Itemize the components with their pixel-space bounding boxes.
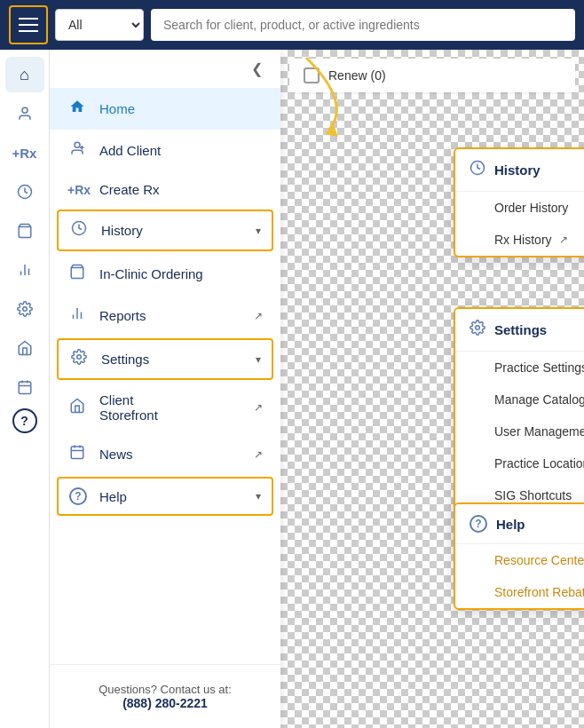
- reports-external-icon: ↗: [254, 310, 263, 322]
- history-popup-icon: [470, 160, 485, 180]
- help-chevron-icon: ▾: [256, 490, 261, 502]
- client-storefront-icon: [67, 398, 87, 418]
- icon-sidebar: ⌂ +Rx: [0, 50, 50, 728]
- reports-icon: [67, 305, 87, 326]
- renew-bar: Renew (0): [289, 59, 575, 92]
- nav-item-in-clinic[interactable]: In-Clinic Ordering: [50, 253, 280, 295]
- content-area: Renew (0) History ▲ Order History Rx His…: [280, 50, 584, 728]
- settings-popup-icon: [470, 320, 485, 340]
- nav-item-client-storefront[interactable]: ClientStorefront ↗: [50, 382, 280, 433]
- svg-point-0: [22, 107, 28, 113]
- manage-catalog-label: Manage Catalog: [494, 392, 584, 407]
- sidebar-icon-home[interactable]: ⌂: [5, 57, 44, 92]
- hamburger-line-3: [19, 30, 38, 32]
- svg-marker-26: [325, 125, 338, 137]
- svg-point-11: [75, 142, 80, 147]
- nav-settings-label: Settings: [101, 352, 243, 367]
- settings-practice-locations-item[interactable]: Practice Locations: [455, 447, 584, 479]
- nav-item-reports[interactable]: Reports ↗: [50, 295, 280, 336]
- settings-manage-catalog-item[interactable]: Manage Catalog: [455, 384, 584, 415]
- order-history-label: Order History: [494, 201, 568, 215]
- svg-point-25: [476, 326, 480, 330]
- nav-item-create-rx[interactable]: +Rx Create Rx: [50, 171, 280, 208]
- nav-item-history[interactable]: History ▾: [57, 210, 273, 251]
- help-popup-header: ? Help ▲: [455, 504, 584, 544]
- sidebar-icon-reports[interactable]: [5, 252, 44, 288]
- renew-checkbox[interactable]: [304, 67, 320, 83]
- svg-rect-7: [19, 382, 31, 394]
- history-rx-history-item[interactable]: Rx History ↗: [455, 224, 584, 256]
- practice-locations-label: Practice Locations: [494, 456, 584, 471]
- resource-center-label: Resource Center: [494, 553, 584, 567]
- nav-item-add-client[interactable]: Add Client: [50, 130, 280, 171]
- sidebar-icon-calendar[interactable]: [5, 369, 44, 405]
- help-popup: ? Help ▲ Resource Center ↗ Storefront Re…: [454, 502, 584, 610]
- create-rx-icon: +Rx: [67, 183, 87, 197]
- sig-shortcuts-label: SIG Shortcuts: [494, 488, 572, 502]
- history-popup: History ▲ Order History Rx History ↗: [454, 147, 584, 257]
- nav-menu: ❮ Home Add Client +Rx: [50, 50, 280, 728]
- search-input[interactable]: [151, 9, 575, 41]
- home-icon: [67, 99, 87, 119]
- sidebar-icon-storefront[interactable]: [5, 330, 44, 366]
- sidebar-icon-settings[interactable]: [5, 291, 44, 327]
- settings-chevron-icon: ▾: [256, 353, 261, 366]
- renew-label: Renew (0): [328, 68, 386, 83]
- help-popup-icon: ?: [470, 515, 487, 533]
- nav-history-label: History: [101, 223, 243, 238]
- search-category-dropdown[interactable]: All: [55, 9, 144, 41]
- settings-nav-icon: [69, 349, 89, 369]
- sidebar-icon-clients[interactable]: [5, 96, 44, 131]
- news-icon: [67, 444, 87, 464]
- settings-practice-settings-item[interactable]: Practice Settings: [455, 352, 584, 384]
- nav-item-news[interactable]: News ↗: [50, 433, 280, 475]
- client-storefront-external-icon: ↗: [254, 401, 263, 414]
- sidebar-icon-cart[interactable]: [5, 213, 44, 249]
- hamburger-button[interactable]: [9, 5, 48, 44]
- hamburger-line-1: [19, 18, 38, 20]
- nav-client-storefront-label: ClientStorefront: [99, 392, 241, 423]
- collapse-button[interactable]: ❮: [244, 57, 270, 81]
- in-clinic-icon: [67, 264, 87, 284]
- svg-point-6: [22, 307, 27, 312]
- svg-rect-20: [71, 447, 83, 459]
- hamburger-line-2: [19, 24, 38, 26]
- rx-history-label: Rx History: [494, 233, 552, 247]
- svg-point-19: [77, 355, 82, 360]
- news-external-icon: ↗: [254, 448, 263, 461]
- nav-help-label: Help: [99, 489, 243, 504]
- practice-settings-label: Practice Settings: [494, 360, 584, 375]
- help-resource-center-item[interactable]: Resource Center ↗: [455, 544, 584, 576]
- rx-history-external-icon: ↗: [559, 233, 568, 246]
- nav-create-rx-label: Create Rx: [99, 182, 263, 197]
- user-management-label: User Management: [494, 424, 584, 439]
- history-popup-header: History ▲: [455, 149, 584, 192]
- footer-phone: (888) 280-2221: [67, 696, 263, 710]
- add-client-icon: [67, 140, 87, 161]
- nav-home-label: Home: [99, 101, 263, 116]
- history-order-history-item[interactable]: Order History: [455, 192, 584, 224]
- footer-text: Questions? Contact us at:: [99, 683, 232, 696]
- nav-item-home[interactable]: Home: [50, 88, 280, 130]
- help-storefront-rebates-item[interactable]: Storefront Rebates ↗: [455, 576, 584, 608]
- sidebar-icon-help[interactable]: ?: [12, 408, 37, 433]
- settings-popup-title: Settings: [494, 322, 584, 337]
- main-area: ⌂ +Rx: [0, 50, 584, 728]
- history-popup-title: History: [494, 162, 584, 178]
- top-bar: All: [0, 0, 584, 50]
- nav-item-help[interactable]: ? Help ▾: [57, 477, 273, 516]
- storefront-rebates-label: Storefront Rebates: [494, 585, 584, 599]
- history-icon: [69, 220, 89, 241]
- nav-item-settings[interactable]: Settings ▾: [57, 338, 273, 380]
- history-chevron-icon: ▾: [256, 225, 261, 237]
- sidebar-icon-rx[interactable]: +Rx: [5, 135, 44, 170]
- nav-in-clinic-label: In-Clinic Ordering: [99, 266, 263, 281]
- settings-popup-header: Settings ▲: [455, 309, 584, 352]
- nav-add-client-label: Add Client: [99, 143, 263, 158]
- nav-reports-label: Reports: [99, 308, 241, 323]
- help-nav-icon: ?: [69, 487, 87, 505]
- sidebar-icon-history[interactable]: [5, 174, 44, 210]
- nav-menu-header: ❮: [50, 50, 280, 88]
- nav-footer: Questions? Contact us at: (888) 280-2221: [50, 664, 280, 728]
- settings-user-management-item[interactable]: User Management ↗: [455, 415, 584, 447]
